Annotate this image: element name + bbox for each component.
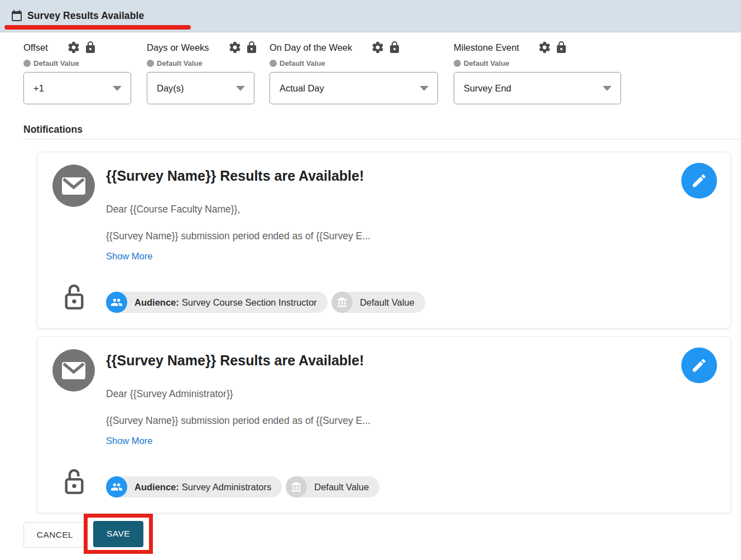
group-icon <box>106 292 127 313</box>
notification-title: {{Survey Name}} Results are Available! <box>106 168 364 184</box>
gear-icon[interactable] <box>67 41 80 54</box>
show-more-link[interactable]: Show More <box>106 436 152 446</box>
notification-body: {{Survey Name}} submission period ended … <box>106 415 371 427</box>
chevron-down-icon <box>420 86 429 91</box>
audience-chip[interactable]: Audience:Survey Course Section Instructo… <box>106 292 328 313</box>
default-value-label: Default Value <box>464 59 509 67</box>
settings-fields-row: Offset Default Value +1 Days or Weeks De… <box>23 39 621 104</box>
default-value-chip-text: Default Value <box>314 482 369 493</box>
field-label: On Day of the Week <box>270 42 352 53</box>
lock-open-icon <box>62 465 86 499</box>
default-value-chip[interactable]: Default Value <box>286 476 379 498</box>
audience-chip-text: Audience:Survey Administrators <box>134 482 271 493</box>
notification-card: {{Survey Name}} Results are Available! D… <box>37 336 731 513</box>
chevron-down-icon <box>113 86 122 91</box>
notification-card: {{Survey Name}} Results are Available! D… <box>37 152 731 329</box>
field-label: Days or Weeks <box>147 42 209 53</box>
field-offset: Offset Default Value +1 <box>23 39 131 104</box>
default-value-label: Default Value <box>33 59 79 67</box>
edit-notification-button[interactable] <box>681 163 717 199</box>
days-or-weeks-select-value: Day(s) <box>157 83 184 94</box>
offset-select-value: +1 <box>33 83 44 94</box>
mail-icon <box>52 349 95 392</box>
pencil-icon <box>691 357 708 374</box>
on-day-of-week-select-value: Actual Day <box>280 83 324 94</box>
bank-icon <box>286 476 307 498</box>
field-days-or-weeks: Days or Weeks Default Value Day(s) <box>147 39 254 104</box>
notification-greeting: Dear {{Survey Administrator}} <box>106 388 233 400</box>
audience-chip-text: Audience:Survey Course Section Instructo… <box>134 297 317 308</box>
bank-icon <box>331 292 353 313</box>
on-day-of-week-select[interactable]: Actual Day <box>270 72 438 104</box>
gear-icon[interactable] <box>371 41 384 54</box>
default-value-chip[interactable]: Default Value <box>331 292 425 313</box>
milestone-event-select-value: Survey End <box>464 83 511 94</box>
field-label: Offset <box>23 42 48 53</box>
lock-icon[interactable] <box>555 41 568 54</box>
default-value-chip-text: Default Value <box>360 297 415 308</box>
default-value-label: Default Value <box>280 59 325 67</box>
default-value-dot <box>147 60 154 67</box>
field-label: Milestone Event <box>454 42 519 53</box>
default-value-label: Default Value <box>157 59 203 67</box>
lock-open-icon <box>62 281 86 314</box>
mail-icon <box>52 165 95 207</box>
default-value-dot <box>23 60 31 67</box>
annotation-underline <box>4 25 191 30</box>
audience-chip[interactable]: Audience:Survey Administrators <box>106 476 282 498</box>
gear-icon[interactable] <box>228 41 242 54</box>
offset-select[interactable]: +1 <box>23 72 131 104</box>
notification-body: {{Survey Name}} submission period ended … <box>106 230 371 242</box>
lock-icon[interactable] <box>84 41 97 54</box>
notification-greeting: Dear {{Course Faculty Name}}, <box>106 204 240 215</box>
notification-title: {{Survey Name}} Results are Available! <box>106 353 364 369</box>
save-button[interactable]: SAVE <box>93 521 143 547</box>
default-value-dot <box>270 60 277 67</box>
group-icon <box>106 476 127 498</box>
lock-icon[interactable] <box>245 41 258 54</box>
divider <box>23 139 741 139</box>
calendar-icon <box>10 9 23 23</box>
show-more-link[interactable]: Show More <box>106 251 152 262</box>
chevron-down-icon <box>603 86 612 91</box>
page-title: Survey Results Available <box>27 10 144 22</box>
edit-notification-button[interactable] <box>681 347 717 383</box>
days-or-weeks-select[interactable]: Day(s) <box>147 72 254 104</box>
lock-icon[interactable] <box>388 41 401 54</box>
default-value-dot <box>454 60 461 67</box>
annotation-red-box: SAVE <box>84 514 153 554</box>
cancel-button[interactable]: CANCEL <box>23 522 86 548</box>
chevron-down-icon <box>236 86 245 91</box>
gear-icon[interactable] <box>538 41 551 54</box>
notifications-heading: Notifications <box>23 124 83 136</box>
pencil-icon <box>691 172 708 189</box>
milestone-event-select[interactable]: Survey End <box>454 72 621 104</box>
field-milestone-event: Milestone Event Default Value Survey End <box>454 39 621 104</box>
field-on-day-of-week: On Day of the Week Default Value Actual … <box>270 39 438 104</box>
